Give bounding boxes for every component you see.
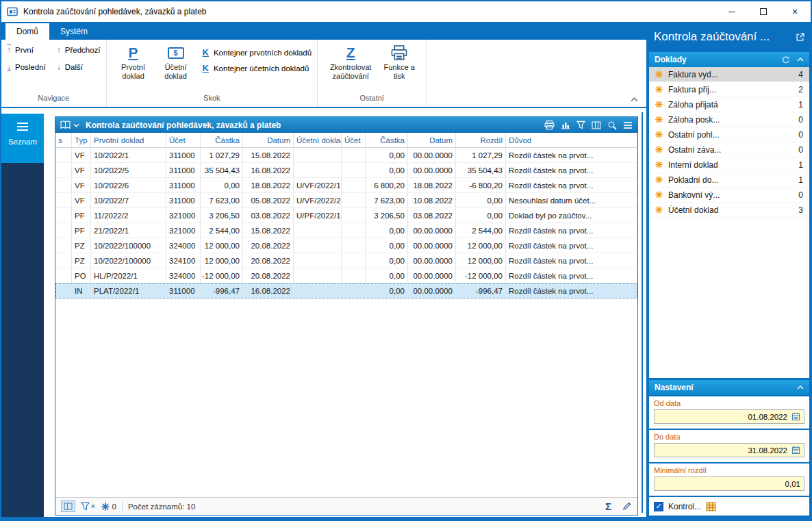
table-cell: 2 544,00 bbox=[456, 223, 506, 238]
ribbon-collapse-icon[interactable] bbox=[631, 94, 638, 104]
table-cell: 03.08.2022 bbox=[408, 208, 456, 223]
column-header[interactable]: Důvod bbox=[506, 133, 637, 147]
doklady-item-count: 4 bbox=[795, 70, 803, 79]
doklady-item-label: Záloha posk... bbox=[668, 115, 789, 125]
table-cell: 321000 bbox=[166, 208, 201, 223]
sum-icon[interactable]: Σ bbox=[605, 500, 611, 512]
window-controls: × bbox=[716, 1, 811, 22]
zkontrolovat-button[interactable]: Z Zkontrolovat zaúčtování bbox=[323, 42, 378, 81]
table-row[interactable]: VF10/2022/63110000,0018.08.2022U/VF/2022… bbox=[55, 178, 637, 193]
field-input[interactable]: 31.08.2022 bbox=[654, 443, 804, 457]
nastaveni-header[interactable]: Nastavení bbox=[649, 380, 809, 395]
print-icon[interactable] bbox=[544, 120, 555, 130]
doklady-item[interactable]: Ostatní záva...0 bbox=[649, 142, 809, 157]
doklady-item-label: Bankovní vý... bbox=[668, 190, 789, 200]
columns-icon[interactable] bbox=[592, 121, 601, 129]
doklady-item[interactable]: Záloha posk...0 bbox=[649, 112, 809, 127]
table-cell: Rozdíl částek na prvot... bbox=[506, 283, 637, 298]
table-cell: Rozdíl částek na prvot... bbox=[506, 238, 637, 253]
asterisk-icon bbox=[655, 71, 663, 78]
table-row[interactable]: INPLAT/2022/1311000-996,4716.08.20220,00… bbox=[55, 283, 637, 298]
ribbon-group-ostatni: Z Zkontrolovat zaúčtování Funkce a tisk … bbox=[318, 40, 427, 107]
doklady-header[interactable]: Doklady bbox=[649, 52, 809, 67]
table-cell: -12 000,00 bbox=[456, 268, 506, 283]
doklady-item[interactable]: Záloha přijatá1 bbox=[649, 97, 809, 112]
open-external-icon[interactable] bbox=[796, 33, 804, 42]
collapse-chevron-icon[interactable] bbox=[797, 385, 804, 390]
column-header[interactable]: Účet bbox=[166, 133, 201, 147]
doklady-item[interactable]: Ostatní pohl...0 bbox=[649, 127, 809, 142]
group-label-skok: Skok bbox=[112, 94, 312, 107]
column-header[interactable]: Účetní doklad bbox=[294, 133, 342, 147]
field-input[interactable]: 0,01 bbox=[654, 476, 804, 491]
next-button[interactable]: ↓ Další bbox=[57, 62, 101, 72]
right-panel: Kontrola zaúčtování ... Doklady Faktura … bbox=[646, 22, 811, 517]
refresh-icon[interactable] bbox=[781, 55, 791, 64]
edit-pencil-icon[interactable] bbox=[622, 501, 632, 512]
table-cell: 0,00 bbox=[201, 178, 243, 192]
titlebar: Kontrola zaúčtování pohledávek, závazků … bbox=[1, 1, 811, 22]
table-cell bbox=[342, 163, 366, 177]
close-button[interactable]: × bbox=[779, 1, 811, 22]
doklady-header-label: Doklady bbox=[655, 55, 775, 64]
table-cell: HL/P/2022/1 bbox=[91, 268, 166, 283]
doklady-item[interactable]: Účetní doklad3 bbox=[649, 203, 809, 218]
column-header[interactable]: Částka bbox=[366, 133, 408, 147]
doklady-item[interactable]: Faktura vyd...4 bbox=[649, 67, 809, 82]
table-row[interactable]: PF21/2022/13210002 544,0015.08.20220,000… bbox=[55, 223, 637, 238]
chart-icon[interactable] bbox=[561, 120, 570, 129]
table-cell: PLAT/2022/1 bbox=[91, 283, 166, 298]
kontejner-ucetnich-button[interactable]: K Kontejner účetních dokladů bbox=[203, 63, 312, 73]
funkce-tisk-button[interactable]: Funkce a tisk bbox=[378, 42, 420, 81]
panel-splitter[interactable] bbox=[638, 108, 646, 517]
menu-icon[interactable] bbox=[623, 121, 633, 129]
layout-toggle-icon[interactable] bbox=[61, 500, 75, 512]
column-header[interactable]: s bbox=[55, 133, 72, 147]
column-header[interactable]: Částka bbox=[201, 133, 243, 147]
doklady-item[interactable]: Pokladní do...1 bbox=[649, 173, 809, 188]
table-cell bbox=[342, 268, 366, 283]
doklady-item[interactable]: Faktura přij...2 bbox=[649, 82, 809, 97]
table-row[interactable]: PZ10/2022/10000032410012 000,0020.08.202… bbox=[55, 253, 637, 268]
window-title: Kontrola zaúčtování pohledávek, závazků … bbox=[23, 7, 207, 16]
last-button[interactable]: ↓ Poslední bbox=[7, 62, 46, 72]
column-header[interactable]: Datum bbox=[408, 133, 456, 147]
column-header[interactable]: Účet bbox=[342, 133, 366, 147]
table-row[interactable]: VF10/2022/531100035 504,4316.08.20220,00… bbox=[55, 163, 637, 178]
tab-domu[interactable]: Domů bbox=[5, 23, 49, 40]
column-header[interactable]: Rozdíl bbox=[456, 133, 506, 147]
table-cell bbox=[342, 193, 366, 207]
table-row[interactable]: PF11/2022/23210003 206,5003.08.2022U/PF/… bbox=[55, 208, 637, 223]
table-row[interactable]: VF10/2022/13110001 027,2915.08.20220,000… bbox=[55, 148, 637, 163]
doklady-item[interactable]: Bankovní vý...0 bbox=[649, 188, 809, 203]
table-row[interactable]: PZ10/2022/10000032400012 000,0020.08.202… bbox=[55, 238, 637, 253]
kontrolovat-checkbox[interactable]: ✓ bbox=[654, 502, 663, 511]
ucetni-doklad-button[interactable]: $ Účetní doklad bbox=[155, 42, 197, 81]
table-row[interactable]: POHL/P/2022/1324000-12 000,0020.08.20220… bbox=[55, 268, 637, 283]
field-input[interactable]: 01.08.2022 bbox=[654, 409, 804, 424]
prvotni-doklad-button[interactable]: P Prvotní doklad bbox=[112, 42, 155, 81]
maximize-button[interactable] bbox=[748, 1, 779, 22]
table-row[interactable]: VF10/2022/73110007 623,0005.08.2022U/VF/… bbox=[55, 193, 637, 208]
filter-icon[interactable] bbox=[576, 120, 585, 129]
kontejner-prvotnich-button[interactable]: K Kontejner prvotních dokladů bbox=[203, 47, 312, 58]
tab-system[interactable]: Systém bbox=[49, 23, 99, 40]
chevron-down-icon[interactable] bbox=[73, 123, 79, 127]
sidebar-tab-seznam[interactable]: Seznam bbox=[1, 114, 44, 163]
column-header[interactable]: Prvotní doklad bbox=[91, 133, 166, 147]
minimize-button[interactable] bbox=[716, 1, 748, 22]
collapse-chevron-icon[interactable] bbox=[797, 58, 804, 62]
table-grid-icon[interactable] bbox=[706, 502, 716, 511]
doklady-item[interactable]: Interní doklad1 bbox=[649, 157, 809, 173]
asterisk-filter-icon[interactable]: 0 bbox=[101, 503, 116, 511]
search-settings-icon[interactable] bbox=[607, 120, 617, 130]
ribbon-group-skok: P Prvotní doklad $ Účetní doklad K Konte… bbox=[107, 40, 318, 107]
first-button[interactable]: ↑ První bbox=[7, 45, 46, 55]
column-header[interactable]: Typ bbox=[72, 133, 91, 147]
calendar-icon[interactable] bbox=[791, 446, 800, 455]
book-icon[interactable] bbox=[60, 120, 71, 129]
previous-button[interactable]: ↑ Předchozí bbox=[57, 45, 101, 55]
column-header[interactable]: Datum bbox=[243, 133, 294, 147]
filter-clear-icon[interactable]: ✕ bbox=[81, 502, 96, 511]
calendar-icon[interactable] bbox=[791, 412, 800, 421]
